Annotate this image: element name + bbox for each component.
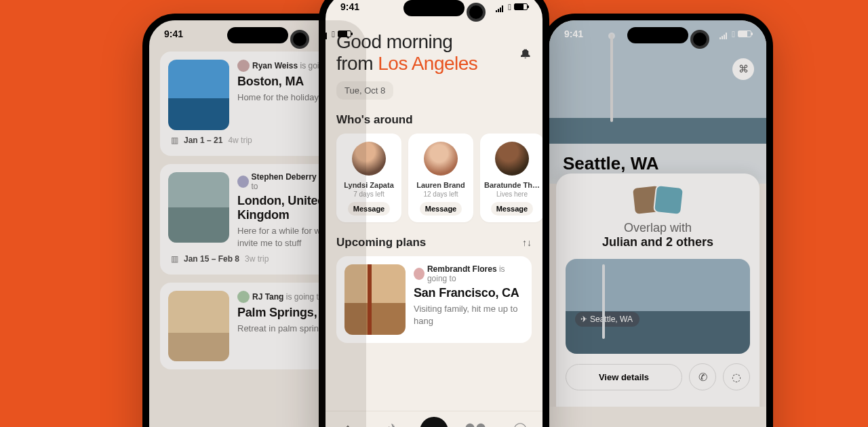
whos-around-row: Lyndsi Zapata 7 days left Message Lauren… (336, 134, 532, 222)
person-card[interactable]: Lyndsi Zapata 7 days left Message (336, 134, 401, 222)
message-button[interactable]: Message (348, 202, 390, 216)
section-whos-around: Who's around (336, 113, 532, 127)
destination-pill: ✈ Seattle, WA (575, 312, 639, 327)
person-card[interactable]: Baratunde Th… Lives here Message (480, 134, 542, 222)
plan-description: Visiting family, hit me up to hang (414, 303, 524, 327)
plan-card[interactable]: Rembrandt Flores is going to San Francis… (336, 256, 532, 343)
people-icon: ⚉⚉ (465, 422, 486, 427)
person-sub: 12 days left (412, 190, 469, 198)
calendar-icon: ▥ (171, 136, 178, 145)
trip-thumbnail (168, 172, 229, 243)
chat-icon: ◌ (732, 371, 741, 384)
cellular-icon (719, 30, 729, 37)
tab-myplans[interactable]: ✈My Plans (375, 422, 410, 427)
status-time: 9:41 (340, 1, 359, 12)
trip-thumbnail (168, 291, 229, 361)
plan-author-line: Rembrandt Flores is going to (414, 264, 524, 283)
home-icon: ⌂ (344, 422, 352, 427)
trip-thumbnail (168, 60, 229, 130)
avatar-stack (566, 186, 750, 214)
battery-icon (514, 3, 528, 10)
person-name: Lauren Brand (412, 181, 469, 189)
destination-card[interactable]: ✈ Seattle, WA (566, 259, 750, 354)
date-pill[interactable]: Tue, Oct 8 (336, 81, 393, 100)
calendar-icon: ▥ (171, 254, 178, 264)
avatar (495, 142, 529, 176)
phone-icon: ✆ (698, 371, 707, 384)
message-button[interactable]: Message (491, 202, 533, 216)
plan-thumbnail (344, 264, 406, 335)
avatar (237, 176, 249, 188)
notifications-button[interactable]: 🔔︎ (519, 47, 532, 62)
avatar (237, 291, 250, 303)
tabbar: ⌂Home ✈My Plans ＋ ⚉⚉People ◯Profile (326, 411, 542, 427)
status-bar: 9:41 􀙇 (326, 0, 542, 20)
avatar (237, 60, 250, 72)
person-sub: 7 days left (340, 190, 397, 198)
sort-icon: ↑↓ (522, 237, 532, 248)
call-button[interactable]: ✆ (689, 363, 716, 390)
bell-icon: 🔔︎ (519, 47, 532, 61)
map-icon: ⌘ (738, 63, 749, 75)
cellular-icon (496, 3, 505, 10)
wifi-icon: 􀙇 (332, 29, 335, 39)
status-time: 9:41 (164, 28, 183, 39)
chat-button[interactable]: ◌ (723, 363, 750, 390)
phone-right-detail: 9:41 􀙇 ⌘ Seattle, WA Overlap with Julian… (542, 14, 773, 427)
view-details-button[interactable]: View details (566, 364, 682, 390)
wifi-icon: 􀙇 (508, 2, 511, 12)
tab-profile[interactable]: ◯Profile (502, 422, 538, 427)
plane-icon: ✈ (388, 422, 398, 427)
plane-icon: ✈ (580, 314, 587, 324)
map-button[interactable]: ⌘ (732, 58, 754, 80)
section-upcoming: Upcoming plans ↑↓ (336, 236, 532, 249)
avatar (653, 184, 684, 216)
person-card[interactable]: Lauren Brand 12 days left Message (408, 134, 473, 222)
person-name: Lyndsi Zapata (340, 181, 397, 189)
status-bar: 9:41 􀙇 (149, 20, 366, 47)
cellular-icon (319, 30, 329, 37)
status-bar: 9:41 􀙇 (549, 20, 766, 47)
battery-icon (338, 30, 351, 37)
avatar (424, 142, 458, 176)
tab-people[interactable]: ⚉⚉People (458, 422, 493, 427)
message-button[interactable]: Message (420, 202, 462, 216)
detail-sheet: Overlap with Julian and 2 others ✈ Seatt… (556, 174, 760, 407)
battery-icon (738, 30, 751, 37)
avatar (352, 142, 386, 176)
overlap-text: Overlap with Julian and 2 others (566, 221, 750, 249)
profile-icon: ◯ (513, 422, 527, 427)
wifi-icon: 􀙇 (732, 29, 735, 39)
phone-center-home: 9:41 􀙇 Good morning from Los Angeles 🔔︎ … (319, 0, 549, 427)
hero-image: 9:41 􀙇 ⌘ Seattle, WA (549, 20, 766, 183)
tab-home[interactable]: ⌂Home (330, 422, 366, 427)
avatar (414, 268, 425, 280)
add-button[interactable]: ＋ (420, 417, 448, 428)
plan-location: San Francisco, CA (414, 286, 524, 300)
person-name: Baratunde Th… (484, 181, 540, 189)
person-sub: Lives here (484, 190, 540, 198)
status-time: 9:41 (564, 28, 583, 39)
sort-button[interactable]: ↑↓ (522, 237, 532, 248)
